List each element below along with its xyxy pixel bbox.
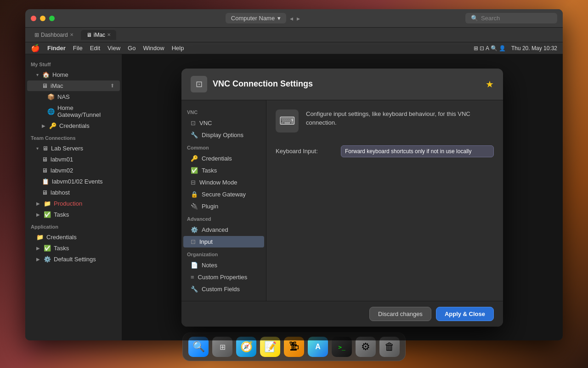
vnc-menu-icon: ⊡ [191,120,196,126]
sidebar-labvm02-label: labvm02 [51,167,73,174]
notes-dock-icon: 📝 [264,341,277,353]
tab-imac[interactable]: 🖥 iMac ✕ [81,30,116,40]
window-menu[interactable]: Window [143,45,164,52]
dialog-menu-props-label: Custom Properties [198,274,248,281]
menu-bar-datetime: Thu 20. May 10:32 [511,45,557,52]
maximize-button[interactable] [49,16,55,21]
terminal-dock-icon: >_ [338,344,345,351]
dialog-menu-notes[interactable]: 📄 Notes [183,259,264,271]
view-menu[interactable]: View [107,45,120,52]
sidebar-labvm01-label: labvm01 [51,156,73,163]
dialog-menu-display-options[interactable]: 🔧 Display Options [183,129,264,141]
tab-dashboard-close[interactable]: ✕ [70,32,74,37]
tab-imac-close[interactable]: ✕ [107,32,111,37]
keyboard-input-select[interactable]: Forward keyboard shortcuts only if not i… [341,145,494,157]
dialog-menu-window-mode[interactable]: ⊟ Window Mode [183,177,264,188]
keyboard-input-row: Keyboard Input: Forward keyboard shortcu… [276,145,494,157]
notes-menu-icon: 📄 [191,262,198,269]
sidebar-item-home-gateway[interactable]: 🌐 Home Gateway/Tunnel [27,103,120,120]
description-area: ⌨ Configure input settings, like keyboar… [276,109,494,132]
sidebar-item-home[interactable]: ▾ 🏠 Home [27,69,120,80]
star-button[interactable]: ★ [486,79,494,90]
sidebar-item-tasks-app[interactable]: ▶ ✅ Tasks [27,243,120,253]
dialog-menu-gateway-label: Secure Gateway [202,191,246,198]
sidebar-item-production[interactable]: ▶ 📁 Production [27,198,120,209]
dialog-menu-tasks[interactable]: ✅ Tasks [183,165,264,176]
help-menu[interactable]: Help [172,45,184,52]
title-bar: Computer Name ▾ ◂ ▸ 🔍 Search [25,9,563,28]
sidebar-tasks-team-label: Tasks [54,211,69,218]
tab-dashboard[interactable]: ⊞ Dashboard ✕ [29,30,79,40]
nav-forward-icon[interactable]: ▸ [297,15,300,22]
sidebar-item-nas[interactable]: 📦 NAS [27,92,120,102]
custom-fields-icon: 🔧 [191,286,198,293]
go-menu[interactable]: Go [128,45,136,52]
labvm02-icon: 🖥 [42,167,48,174]
vnc-settings-dialog: ⊡ VNC Connection Settings ★ VNC ⊡ [181,69,503,327]
sidebar-item-lab-servers[interactable]: ▾ 🖥 Lab Servers [27,143,120,154]
defaults-icon: ⚙️ [44,256,51,263]
dialog-menu-vnc[interactable]: ⊡ VNC [183,117,264,129]
dialog-menu-plugin[interactable]: 🔌 Plugin [183,201,264,212]
sidebar-defaults-label: Default Settings [54,256,96,263]
dialog-menu-custom-props[interactable]: ≡ Custom Properties [183,271,264,283]
keka-dock-icon: 🗜 [289,341,299,353]
menu-bar-right: ⊞ ⊡ A 🔍 👤 Thu 20. May 10:32 [474,45,557,52]
cred-app-icon: 📁 [36,234,44,241]
sidebar-item-labhost[interactable]: 🖥 labhost [27,187,120,198]
dialog-menu-advanced[interactable]: ⚙️ Advanced [183,224,264,236]
labhost-icon: 🖥 [42,189,48,196]
dialog-section-advanced: Advanced [181,213,266,224]
description-text: Configure input settings, like keyboard … [306,109,494,127]
dialog-menu-credentials[interactable]: 🔑 Credentials [183,153,264,164]
finder-menu[interactable]: Finder [47,45,66,52]
sidebar-tasks-app-label: Tasks [54,245,69,252]
apple-menu[interactable]: 🍎 [31,44,40,52]
sidebar-events-label: labvm01/02 Events [52,178,103,185]
dialog-menu-fields-label: Custom Fields [202,286,240,293]
close-button[interactable] [31,16,36,21]
nas-icon: 📦 [47,93,55,100]
dialog-menu-custom-fields[interactable]: 🔧 Custom Fields [183,283,264,295]
custom-props-icon: ≡ [191,274,194,281]
sidebar-labhost-label: labhost [51,189,70,196]
sidebar-item-labvm01[interactable]: 🖥 labvm01 [27,154,120,165]
expand-lab-icon: ▾ [36,146,39,151]
display-options-icon: 🔧 [191,132,198,138]
appstore-dock-icon: A [315,343,321,351]
sidebar-imac-label: iMac [51,82,63,89]
dialog-body: VNC ⊡ VNC 🔧 Display Options Common [181,100,503,301]
dialog-menu-input[interactable]: ⊡ Input [183,236,264,247]
sidebar-item-labvm-events[interactable]: 📋 labvm01/02 Events [27,176,120,187]
computer-name-button[interactable]: Computer Name ▾ [226,13,286,23]
events-icon: 📋 [42,178,49,185]
nav-back-icon[interactable]: ◂ [290,15,293,22]
sidebar-item-labvm02[interactable]: 🖥 labvm02 [27,165,120,176]
menu-bar-icons: ⊞ ⊡ A 🔍 👤 [474,45,506,52]
search-icon: 🔍 [471,15,478,22]
discard-changes-button[interactable]: Discard changes [369,307,431,321]
sidebar-item-default-settings[interactable]: ▶ ⚙️ Default Settings [27,254,120,264]
expand-prod-icon: ▶ [36,201,40,206]
gateway-icon: 🌐 [47,108,55,115]
sidebar-item-tasks-team[interactable]: ▶ ✅ Tasks [27,209,120,220]
sidebar-item-credentials-my[interactable]: ▶ 🔑 Credentials [27,121,120,131]
search-placeholder: Search [481,15,500,22]
search-bar-container: 🔍 Search [465,13,557,23]
title-bar-center: Computer Name ▾ ◂ ▸ [60,13,465,23]
edit-menu[interactable]: Edit [90,45,100,52]
sidebar-item-imac[interactable]: 🖥 iMac ⬆ [27,80,120,91]
apply-close-button[interactable]: Apply & Close [436,307,494,321]
tasks-menu-icon: ✅ [191,167,198,174]
imac-sidebar-icon: 🖥 [42,82,48,89]
dialog-menu-window-label: Window Mode [199,179,237,186]
home-icon: 🏠 [42,71,50,78]
dashboard-icon: ⊞ [34,32,39,38]
safari-dock-icon: 🧭 [240,341,253,353]
computer-name-label: Computer Name [231,15,275,22]
traffic-lights [31,16,55,21]
file-menu[interactable]: File [73,45,83,52]
minimize-button[interactable] [40,16,45,21]
dialog-menu-secure-gateway[interactable]: 🔒 Secure Gateway [183,189,264,200]
sidebar-item-credentials-app[interactable]: 📁 Credentials [27,232,120,242]
